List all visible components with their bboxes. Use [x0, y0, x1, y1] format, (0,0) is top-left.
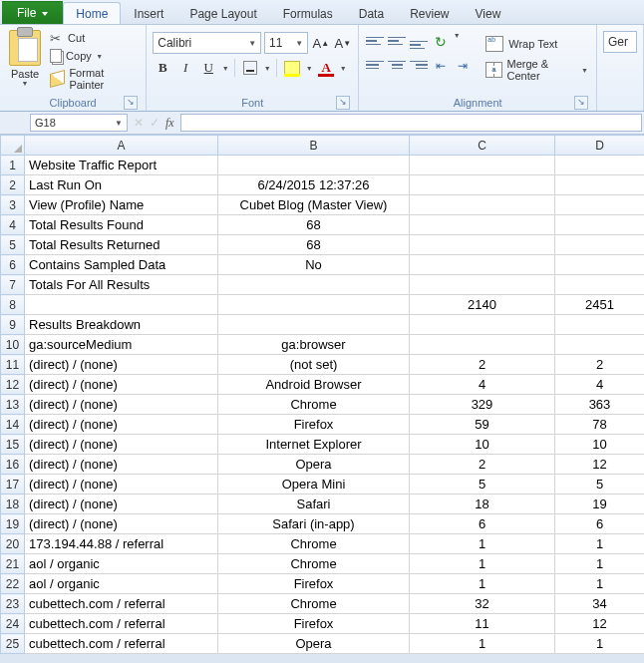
- cell[interactable]: No: [218, 255, 410, 275]
- align-bottom-button[interactable]: [409, 32, 429, 50]
- cell[interactable]: cubettech.com / referral: [25, 594, 218, 614]
- formula-bar[interactable]: [180, 114, 642, 132]
- name-box[interactable]: G18 ▼: [30, 114, 128, 132]
- cell[interactable]: Opera: [218, 634, 410, 654]
- cell[interactable]: [218, 315, 410, 335]
- align-center-button[interactable]: [387, 56, 407, 74]
- font-name-combo[interactable]: Calibri ▼: [153, 32, 261, 54]
- cell[interactable]: 173.194.44.88 / referral: [25, 534, 218, 554]
- chevron-down-icon[interactable]: ▼: [305, 65, 313, 72]
- cell[interactable]: 78: [555, 415, 645, 435]
- cell[interactable]: View (Profile) Name: [25, 195, 218, 215]
- chevron-down-icon[interactable]: ▼: [221, 65, 229, 72]
- align-middle-button[interactable]: [387, 32, 407, 50]
- cell[interactable]: Website Traffic Report: [25, 156, 218, 175]
- cell[interactable]: [555, 175, 645, 195]
- row-header[interactable]: 1: [1, 156, 25, 175]
- cell[interactable]: [218, 295, 410, 315]
- cell[interactable]: Results Breakdown: [25, 315, 218, 335]
- cell[interactable]: Safari (in-app): [218, 514, 410, 534]
- tab-formulas[interactable]: Formulas: [270, 2, 346, 24]
- cell[interactable]: Totals For All Results: [25, 275, 218, 295]
- cell[interactable]: 1: [410, 554, 555, 574]
- chevron-down-icon[interactable]: ▼: [263, 65, 271, 72]
- italic-button[interactable]: I: [175, 58, 195, 78]
- cell[interactable]: aol / organic: [25, 574, 218, 594]
- cell[interactable]: cubettech.com / referral: [25, 614, 218, 634]
- font-color-button[interactable]: A: [316, 58, 336, 78]
- tab-review[interactable]: Review: [397, 2, 462, 24]
- align-left-button[interactable]: [365, 56, 385, 74]
- clipboard-dialog-launcher[interactable]: ↘: [124, 96, 138, 110]
- chevron-down-icon[interactable]: ▼: [581, 67, 588, 74]
- row-header[interactable]: 14: [1, 415, 25, 435]
- row-header[interactable]: 25: [1, 634, 25, 654]
- row-header[interactable]: 19: [1, 514, 25, 534]
- cell[interactable]: cubettech.com / referral: [25, 634, 218, 654]
- cell[interactable]: 2451: [555, 295, 645, 315]
- cell[interactable]: 1: [410, 634, 555, 654]
- row-header[interactable]: 16: [1, 455, 25, 475]
- cell[interactable]: [410, 156, 555, 175]
- cell[interactable]: [555, 156, 645, 175]
- cell[interactable]: [555, 315, 645, 335]
- cell[interactable]: Internet Explorer: [218, 435, 410, 455]
- cell[interactable]: [555, 335, 645, 355]
- cell[interactable]: 4: [555, 375, 645, 395]
- cell[interactable]: Opera: [218, 455, 410, 475]
- tab-page-layout[interactable]: Page Layout: [176, 2, 269, 24]
- row-header[interactable]: 6: [1, 255, 25, 275]
- cell[interactable]: (direct) / (none): [25, 395, 218, 415]
- row-header[interactable]: 24: [1, 614, 25, 634]
- cell[interactable]: [410, 215, 555, 235]
- cell[interactable]: 2: [410, 355, 555, 375]
- row-header[interactable]: 11: [1, 355, 25, 375]
- row-header[interactable]: 21: [1, 554, 25, 574]
- fill-color-button[interactable]: [282, 58, 302, 78]
- cell[interactable]: [218, 275, 410, 295]
- cell[interactable]: Contains Sampled Data: [25, 255, 218, 275]
- column-header-c[interactable]: C: [410, 136, 555, 156]
- number-format-combo[interactable]: Ger: [603, 31, 637, 53]
- cell[interactable]: ga:sourceMedium: [25, 335, 218, 355]
- format-painter-button[interactable]: Format Painter: [48, 66, 140, 92]
- cell[interactable]: 18: [410, 495, 555, 514]
- shrink-font-button[interactable]: A▼: [333, 33, 352, 53]
- chevron-down-icon[interactable]: ▼: [453, 32, 461, 52]
- cell[interactable]: 12: [555, 455, 645, 475]
- cell[interactable]: 10: [555, 435, 645, 455]
- row-header[interactable]: 8: [1, 295, 25, 315]
- cell[interactable]: [410, 335, 555, 355]
- cell[interactable]: Chrome: [218, 554, 410, 574]
- cell[interactable]: 1: [555, 574, 645, 594]
- cell[interactable]: [555, 275, 645, 295]
- align-right-button[interactable]: [409, 56, 429, 74]
- enter-formula-button[interactable]: ✓: [150, 116, 160, 130]
- column-header-b[interactable]: B: [218, 136, 410, 156]
- font-size-combo[interactable]: 11 ▼: [264, 32, 308, 54]
- cell[interactable]: Firefox: [218, 614, 410, 634]
- cell[interactable]: (direct) / (none): [25, 475, 218, 495]
- paste-button[interactable]: Paste ▼: [6, 28, 44, 92]
- cell[interactable]: [555, 215, 645, 235]
- cell[interactable]: 68: [218, 235, 410, 255]
- merge-center-button[interactable]: Merge & Center ▼: [483, 56, 590, 84]
- cell[interactable]: 32: [410, 594, 555, 614]
- tab-home[interactable]: Home: [63, 2, 121, 24]
- chevron-down-icon[interactable]: ▼: [115, 119, 123, 128]
- cell[interactable]: [555, 255, 645, 275]
- row-header[interactable]: 17: [1, 475, 25, 495]
- decrease-indent-button[interactable]: ⇤: [431, 56, 451, 76]
- cell[interactable]: 2140: [410, 295, 555, 315]
- cell[interactable]: Chrome: [218, 395, 410, 415]
- row-header[interactable]: 13: [1, 395, 25, 415]
- cell[interactable]: [410, 315, 555, 335]
- row-header[interactable]: 5: [1, 235, 25, 255]
- cell[interactable]: [555, 235, 645, 255]
- cell[interactable]: 5: [410, 475, 555, 495]
- row-header[interactable]: 20: [1, 534, 25, 554]
- cell[interactable]: 10: [410, 435, 555, 455]
- cut-button[interactable]: Cut: [48, 30, 140, 46]
- row-header[interactable]: 12: [1, 375, 25, 395]
- cell[interactable]: (direct) / (none): [25, 455, 218, 475]
